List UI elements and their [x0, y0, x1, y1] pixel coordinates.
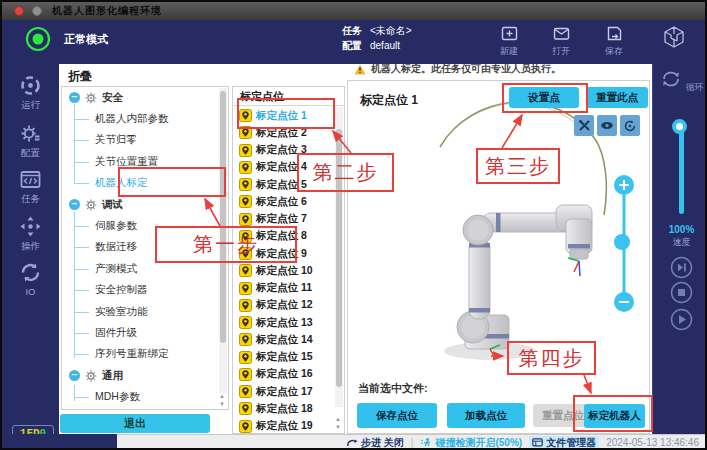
tools-button[interactable]	[574, 115, 594, 136]
timestamp: 2024-05-13 13:46:46	[606, 437, 699, 448]
rotate-view-button[interactable]	[620, 115, 640, 136]
point-list-item[interactable]: 标定点位 17	[233, 383, 335, 400]
stop-button[interactable]	[653, 281, 707, 304]
point-list-item[interactable]: 标定点位 11	[233, 280, 335, 297]
task-config-info: 任务<未命名> 配置default	[342, 23, 412, 53]
detail-title: 标定点位 1	[360, 92, 418, 109]
pin-icon	[239, 316, 252, 329]
tree-item[interactable]: 机器人标定	[62, 173, 228, 194]
minimize-window-icon[interactable]	[32, 6, 42, 16]
close-window-icon[interactable]	[14, 6, 24, 16]
run-icon	[19, 74, 42, 97]
calibrate-robot-button[interactable]: 标定机器人	[584, 404, 645, 428]
cube-3d-icon[interactable]	[661, 24, 687, 54]
tree-item[interactable]: 关节归零	[62, 130, 228, 151]
points-scrollbar[interactable]	[335, 107, 343, 407]
save-button[interactable]: 保存	[592, 24, 636, 58]
point-list-item[interactable]: 标定点位 5	[233, 176, 335, 193]
tree-item-label: 关节归零	[95, 133, 137, 147]
point-list-item[interactable]: 标定点位 8	[233, 228, 335, 245]
point-list-item[interactable]: 标定点位 7	[233, 211, 335, 228]
sidebar-item-task[interactable]: 任务	[2, 168, 59, 206]
step-mode-status[interactable]: 步进 关闭	[346, 436, 404, 450]
point-list-item[interactable]: 标定点位 6	[233, 193, 335, 210]
tree-item[interactable]: 数据迁移	[62, 237, 228, 258]
point-list-item[interactable]: 标定点位 15	[233, 349, 335, 366]
tree-item[interactable]: 序列号重新绑定	[62, 344, 228, 365]
save-icon	[605, 24, 624, 43]
loop-control[interactable]: 循环	[653, 68, 707, 94]
tree-item[interactable]: 固件升级	[62, 322, 228, 343]
tree-rows: −安全机器人内部参数关节归零关节位置重置机器人标定−调试伺服参数数据迁移产测模式…	[62, 87, 228, 408]
point-list-item[interactable]: 标定点位 1	[233, 107, 335, 124]
point-list-item[interactable]: 标定点位 10	[233, 262, 335, 279]
zoom-slider-handle[interactable]	[614, 234, 630, 250]
collapse-minus-icon[interactable]: −	[69, 199, 80, 210]
exit-button[interactable]: 退出	[60, 414, 210, 433]
set-point-button[interactable]: 设置点	[509, 87, 579, 108]
point-label: 标定点位 3	[256, 143, 307, 157]
point-label: 标定点位 2	[256, 126, 307, 140]
settings-tree-panel: −安全机器人内部参数关节归零关节位置重置机器人标定−调试伺服参数数据迁移产测模式…	[61, 86, 229, 410]
point-list-item[interactable]: 标定点位 19	[233, 418, 335, 434]
visibility-button[interactable]	[597, 115, 617, 136]
tree-item[interactable]: 关节位置重置	[62, 151, 228, 172]
tree-item[interactable]: −安全	[62, 87, 228, 108]
point-list-item[interactable]: 标定点位 14	[233, 331, 335, 348]
point-list-item[interactable]: 标定点位 9	[233, 245, 335, 262]
point-label: 标定点位 8	[256, 229, 307, 243]
warning-text: 机器人标定。此任务仅可由专业人员执行。	[371, 62, 561, 76]
new-button[interactable]: 新建	[487, 24, 531, 58]
play-button[interactable]	[653, 308, 707, 331]
point-list-item[interactable]: 标定点位 13	[233, 314, 335, 331]
open-file-icon	[552, 24, 571, 43]
point-label: 标定点位 16	[256, 367, 313, 381]
open-button[interactable]: 打开	[539, 24, 583, 58]
point-list-item[interactable]: 标定点位 3	[233, 142, 335, 159]
pin-icon	[239, 351, 252, 364]
load-points-button[interactable]: 加载点位	[447, 403, 525, 428]
task-value: <未命名>	[370, 25, 412, 36]
fold-header[interactable]: 折叠	[68, 68, 92, 85]
pin-icon	[239, 299, 252, 312]
speed-slider-track[interactable]	[679, 126, 684, 214]
point-list-item[interactable]: 标定点位 16	[233, 366, 335, 383]
collapse-minus-icon[interactable]: −	[69, 92, 80, 103]
sidebar-item-run[interactable]: 运行	[2, 74, 59, 112]
tree-item[interactable]: 机器人内部参数	[62, 108, 228, 129]
point-label: 标定点位 13	[256, 316, 313, 330]
tree-scrollbar[interactable]	[219, 88, 227, 393]
tree-item[interactable]: 产测模式	[62, 258, 228, 279]
collision-detect-status[interactable]: 碰撞检测开启(50%)	[420, 436, 522, 450]
tree-scroll-arrows[interactable]: ▲▼	[217, 392, 227, 408]
points-list: 标定点位 1标定点位 2标定点位 3标定点位 4标定点位 5标定点位 6标定点位…	[233, 107, 335, 433]
step-forward-button[interactable]	[653, 256, 707, 279]
tree-item[interactable]: −通用	[62, 365, 228, 386]
tree-item[interactable]: 实验室功能	[62, 301, 228, 322]
pin-icon	[239, 402, 252, 415]
save-points-button[interactable]: 保存点位	[357, 403, 437, 428]
points-header: 标定点位	[233, 87, 344, 106]
sidebar-item-operate[interactable]: 操作	[2, 215, 59, 253]
right-sidebar: 循环 100% 速度	[652, 64, 707, 450]
tcp-axes-icon	[568, 258, 580, 276]
speed-slider-handle[interactable]	[672, 119, 687, 134]
point-list-item[interactable]: 标定点位 4	[233, 159, 335, 176]
collapse-minus-icon[interactable]: −	[69, 370, 80, 381]
point-list-item[interactable]: 标定点位 2	[233, 124, 335, 141]
point-list-item[interactable]: 标定点位 18	[233, 400, 335, 417]
point-label: 标定点位 10	[256, 264, 313, 278]
points-scroll-arrows[interactable]: ▲▼	[333, 415, 343, 431]
reset-this-point-button[interactable]: 重置此点	[586, 87, 648, 108]
sidebar-item-io[interactable]: IO	[2, 261, 59, 297]
file-manager-status[interactable]: 文件管理器	[529, 436, 599, 450]
tree-item[interactable]: MDH参数	[62, 386, 228, 407]
tree-item[interactable]: −调试	[62, 194, 228, 215]
gear-icon	[19, 122, 42, 145]
tree-item[interactable]: 安全控制器	[62, 280, 228, 301]
tree-item[interactable]: 伺服参数	[62, 215, 228, 236]
sidebar-item-config[interactable]: 配置	[2, 122, 59, 160]
point-label: 标定点位 7	[256, 212, 307, 226]
normal-mode-icon	[24, 25, 52, 53]
point-list-item[interactable]: 标定点位 12	[233, 297, 335, 314]
